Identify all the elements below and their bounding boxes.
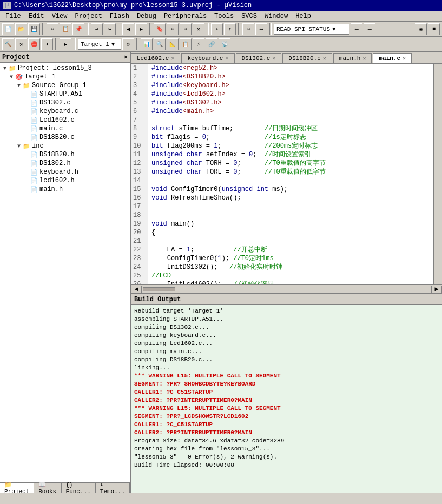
code-line-11[interactable]: unsigned char setIndex = 0; //时间设置索引 — [151, 150, 430, 159]
editor-tab-ds18b20-c[interactable]: DS18B20.c✕ — [282, 53, 332, 63]
editor-tab-lcd1602-c[interactable]: Lcd1602.c✕ — [131, 53, 180, 63]
code-line-14[interactable] — [151, 176, 430, 185]
nav-fwd-btn[interactable]: ▶ — [135, 23, 147, 35]
outdent-btn[interactable]: ⬆ — [224, 23, 236, 35]
tree-item-ds18b20-c[interactable]: 📄DS18B20.c — [1, 133, 129, 142]
code-line-17[interactable] — [151, 202, 430, 211]
code-line-22[interactable]: EA = 1; //开总中断 — [151, 246, 430, 254]
target-settings-btn[interactable]: ⚙ — [122, 38, 134, 50]
stop-build-btn[interactable]: ⛔ — [28, 38, 40, 50]
bookmark-btn[interactable]: 🔖 — [154, 23, 166, 35]
rebuild-btn[interactable]: ⚒ — [15, 38, 27, 50]
code-line-4[interactable]: #include <lcd1602.h> — [151, 90, 430, 98]
redo-btn[interactable]: ↪ — [104, 23, 116, 35]
horizontal-scrollbar[interactable]: ◀ ▶ — [131, 284, 442, 293]
tree-item-main-c[interactable]: 📄main.c — [1, 124, 129, 133]
code-line-3[interactable]: #include <keyboard.h> — [151, 81, 430, 90]
code-line-8[interactable]: struct sTime bufTime; //日期时间缓冲区 — [151, 124, 430, 133]
debug-btn1[interactable]: ◉ — [415, 23, 427, 35]
code-line-10[interactable]: bit flag200ms = 1; //200ms定时标志 — [151, 142, 430, 150]
misc-btn1[interactable]: 📊 — [141, 38, 153, 50]
code-line-7[interactable] — [151, 116, 430, 124]
editor-tab-keyboard-c[interactable]: keyboard.c✕ — [181, 53, 234, 63]
code-line-1[interactable]: #include <reg52.h> — [151, 64, 430, 72]
flash-download-btn[interactable]: ⬇ — [41, 38, 53, 50]
code-line-21[interactable] — [151, 237, 430, 246]
menu-item-peripherals[interactable]: Peripherals — [161, 12, 210, 20]
menu-item-view[interactable]: View — [49, 12, 71, 20]
func-btn1[interactable]: ⟵ — [351, 23, 362, 35]
paste-btn[interactable]: 📌 — [72, 23, 84, 35]
code-line-18[interactable] — [151, 211, 430, 220]
misc-btn6[interactable]: 🔗 — [206, 38, 217, 50]
tree-item-keyboard-h[interactable]: 📄keyboard.h — [1, 168, 129, 176]
code-line-16[interactable]: void RefreshTimeShow(); — [151, 194, 430, 202]
code-line-24[interactable]: InitDS1302(); //初始化实时时钟 — [151, 263, 430, 271]
tree-item-ds1302-c[interactable]: 📄DS1302.c — [1, 98, 129, 107]
tab-close[interactable]: ✕ — [323, 55, 326, 62]
scroll-right-btn[interactable]: ▶ — [431, 286, 442, 293]
code-line-26[interactable]: InitLcd1602(); //初始化液晶 — [151, 280, 430, 284]
editor-tab-main-c[interactable]: main.c✕ — [373, 53, 412, 63]
code-line-15[interactable]: void ConfigTimer0(unsigned int ms); — [151, 185, 430, 194]
menu-item-debug[interactable]: Debug — [134, 12, 160, 20]
code-line-13[interactable]: unsigned char TORL = 0; //T0重载值的低字节 — [151, 168, 430, 176]
target-dropdown[interactable]: Target 1 ▼ — [78, 39, 121, 50]
cut-btn[interactable]: ✂ — [47, 23, 58, 35]
tree-item-inc[interactable]: ▼📁inc — [1, 142, 129, 150]
code-line-25[interactable]: //LCD — [151, 271, 430, 280]
tab-close[interactable]: ✕ — [171, 55, 174, 62]
code-line-5[interactable]: #include <DS1302.h> — [151, 98, 430, 107]
save-btn[interactable]: 💾 — [28, 23, 40, 35]
bookmark-clear-btn[interactable]: ✕ — [193, 23, 204, 35]
build-btn[interactable]: 🔨 — [2, 38, 14, 50]
editor-tab-ds1302-c[interactable]: DS1302.c✕ — [236, 53, 282, 63]
undo-btn[interactable]: ↩ — [91, 23, 103, 35]
expand-icon[interactable]: ▼ — [9, 74, 14, 80]
code-line-6[interactable]: #include <main.h> — [151, 107, 430, 116]
code-content[interactable]: #include <reg52.h> #include <DS18B20.h> … — [148, 64, 433, 284]
debug-start-btn[interactable]: ▶ — [60, 38, 71, 50]
project-tab----project[interactable]: 📁 Project — [0, 483, 34, 493]
scroll-left-btn[interactable]: ◀ — [131, 286, 142, 293]
misc-btn4[interactable]: 📋 — [180, 38, 192, 50]
tree-item-lcd1602-c[interactable]: 📄Lcd1602.c — [1, 116, 129, 124]
code-scrollbar[interactable] — [433, 64, 442, 284]
toggle-btn1[interactable]: ⏎ — [242, 23, 254, 35]
code-line-12[interactable]: unsigned char TORH = 0; //T0重载值的高字节 — [151, 159, 430, 168]
misc-btn5[interactable]: ⚡ — [193, 38, 204, 50]
project-tab----func---[interactable]: {} Func... — [62, 483, 96, 493]
func-btn2[interactable]: ⟶ — [364, 23, 375, 35]
code-line-23[interactable]: ConfigTimer0(1); //T0定时1ms — [151, 254, 430, 263]
menu-item-help[interactable]: Help — [292, 12, 314, 20]
tab-close[interactable]: ✕ — [272, 55, 275, 62]
new-file-btn[interactable]: 📄 — [2, 23, 14, 35]
tree-item-startup-a51[interactable]: 📄STARTUP.A51 — [1, 90, 129, 98]
tab-close[interactable]: ✕ — [225, 55, 228, 62]
menu-item-flash[interactable]: Flash — [107, 12, 133, 20]
bookmark-next-btn[interactable]: ➡ — [180, 23, 192, 35]
tree-item-lcd1602-h[interactable]: 📄lcd1602.h — [1, 176, 129, 185]
expand-icon[interactable]: ▼ — [16, 143, 22, 149]
toggle-btn2[interactable]: ⟷ — [255, 23, 267, 35]
tree-item-project--lesson15-3[interactable]: ▼📁Project: lesson15_3 — [1, 64, 129, 72]
nav-back-btn[interactable]: ◀ — [122, 23, 134, 35]
project-tab---temp---[interactable]: ⬇ Temp... — [96, 483, 130, 493]
tab-close[interactable]: ✕ — [403, 55, 406, 62]
editor-tab-main-h[interactable]: main.h✕ — [333, 53, 372, 63]
tab-close[interactable]: ✕ — [362, 55, 366, 62]
code-line-20[interactable]: { — [151, 228, 430, 237]
menu-item-edit[interactable]: Edit — [25, 12, 48, 20]
menu-item-file[interactable]: File — [2, 12, 24, 20]
bookmark-prev-btn[interactable]: ⬅ — [167, 23, 179, 35]
scroll-track[interactable] — [143, 287, 430, 291]
menu-item-project[interactable]: Project — [71, 12, 105, 20]
open-file-btn[interactable]: 📂 — [15, 23, 27, 35]
function-dropdown[interactable]: READ_SPI_STATUS ▼ — [274, 24, 349, 35]
code-line-9[interactable]: bit flag1s = 0; //1s定时标志 — [151, 133, 430, 142]
code-line-2[interactable]: #include <DS18B20.h> — [151, 72, 430, 81]
misc-btn2[interactable]: 🔍 — [154, 38, 166, 50]
tree-item-keyboard-c[interactable]: 📄keyboard.c — [1, 107, 129, 116]
menu-item-tools[interactable]: Tools — [211, 12, 237, 20]
project-tab----books[interactable]: 📖 Books — [34, 483, 61, 493]
